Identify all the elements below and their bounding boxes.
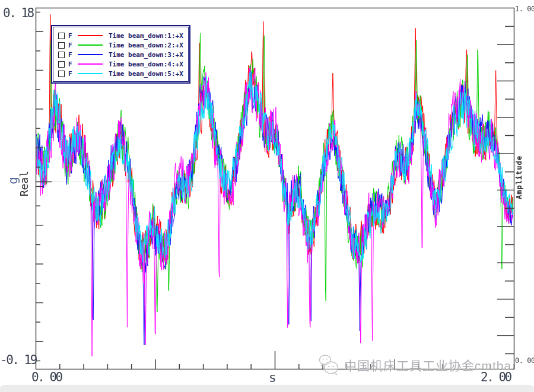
legend-line-sample	[78, 44, 103, 46]
legend-channel-label: F	[68, 70, 74, 78]
watermark-text: 中国机床工具工业协会cmtba	[344, 356, 511, 374]
legend-channel-label: F	[68, 42, 74, 49]
legend-series-name: Time beam_down:1:+X	[109, 32, 183, 40]
legend-channel-label: F	[68, 51, 74, 59]
right-axis-min-tick-label: 0. 00	[515, 356, 534, 365]
legend-visibility-checkbox[interactable]	[58, 42, 65, 49]
x-axis-min-tick-label: 0. 00	[31, 370, 62, 384]
legend-row: FTime beam_down:4:+X	[58, 59, 183, 69]
wechat-logo-icon	[317, 353, 342, 376]
y-axis-min-tick-label: -0. 19	[0, 353, 36, 367]
legend-row: FTime beam_down:2:+X	[58, 40, 183, 50]
legend-visibility-checkbox[interactable]	[58, 71, 65, 77]
legend-line-sample	[78, 54, 103, 55]
legend-row: FTime beam_down:1:+X	[58, 31, 183, 40]
legend-series-name: Time beam_down:3:+X	[109, 51, 183, 59]
legend-channel-label: F	[68, 32, 74, 40]
x-axis-unit-label: s	[269, 371, 276, 385]
legend-series-name: Time beam_down:2:+X	[109, 42, 183, 49]
y-axis-max-tick-label: 0. 18	[3, 6, 33, 20]
legend-series-name: Time beam_down:5:+X	[109, 70, 183, 78]
legend-row: FTime beam_down:3:+X	[58, 50, 183, 59]
right-axis-max-tick-label: 1. 00	[515, 5, 534, 13]
legend-row: FTime beam_down:5:+X	[58, 69, 183, 78]
legend-visibility-checkbox[interactable]	[58, 52, 65, 58]
legend-series-name: Time beam_down:4:+X	[109, 60, 183, 68]
legend-box: FTime beam_down:1:+XFTime beam_down:2:+X…	[51, 25, 190, 84]
horizontal-scrollbar[interactable]	[0, 385, 534, 392]
right-axis-label: Amplitude	[515, 155, 523, 199]
legend-line-sample	[78, 35, 103, 36]
legend-line-sample	[78, 63, 103, 65]
legend-channel-label: F	[68, 60, 74, 68]
legend-visibility-checkbox[interactable]	[58, 33, 65, 39]
plot-window: 0. 18 -0. 19 g Real 0. 00 2. 00 s 1. 00 …	[0, 0, 534, 392]
y-axis-quantity-label: Real	[18, 171, 30, 196]
legend-visibility-checkbox[interactable]	[58, 61, 65, 68]
legend-line-sample	[78, 73, 103, 74]
watermark: 中国机床工具工业协会cmtba	[317, 353, 511, 376]
